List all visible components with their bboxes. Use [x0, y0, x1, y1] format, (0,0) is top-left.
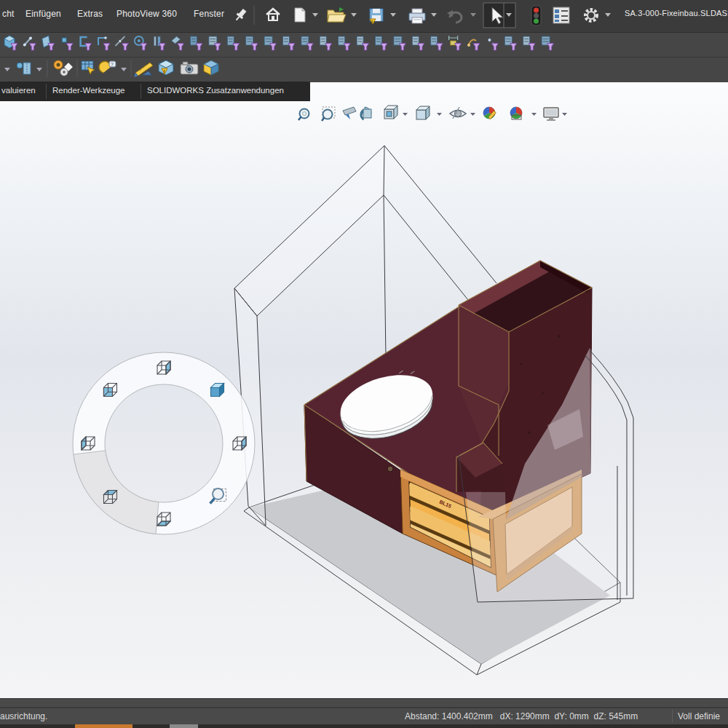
svg-text:?: ?	[111, 62, 114, 67]
svg-text:!: !	[371, 20, 373, 24]
svg-text:!: !	[164, 69, 165, 74]
